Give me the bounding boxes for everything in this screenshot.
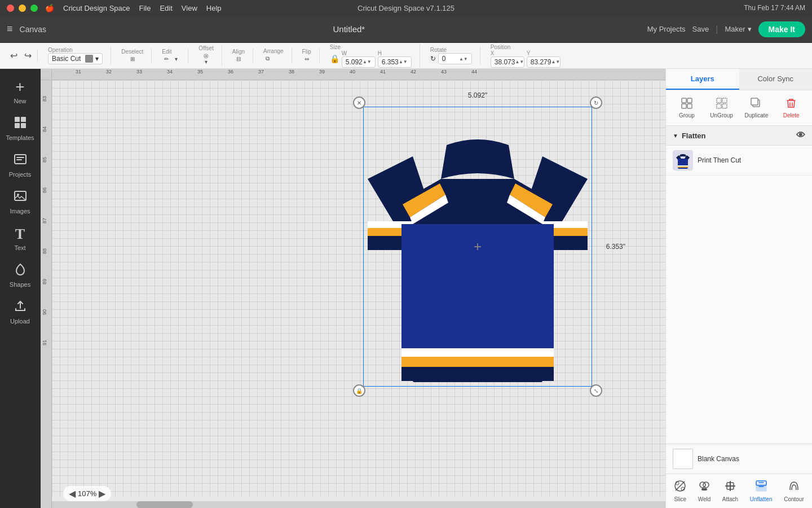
unflatten-button[interactable]: Unflatten xyxy=(745,478,777,505)
flip-label: Flip xyxy=(302,49,311,55)
horizontal-scrollbar[interactable] xyxy=(52,501,665,508)
flatten-header[interactable]: ▼ Flatten 👁 xyxy=(666,126,812,146)
zoom-out-button[interactable]: ◀ xyxy=(69,488,76,499)
size-section: Size 🔒 W 5.092 ▲▼ H 6.353 ▲▼ xyxy=(325,44,416,68)
attach-button[interactable]: Attach xyxy=(718,478,743,505)
lock-ratio-icon[interactable]: 🔒 xyxy=(330,54,339,63)
ruler-mark-v84: 84 xyxy=(42,126,47,132)
sidebar-item-new[interactable]: + New xyxy=(0,73,40,109)
ruler-mark-40: 40 xyxy=(350,69,355,75)
cricut-menu[interactable]: Cricut Design Space xyxy=(63,4,130,12)
y-label: Y xyxy=(527,50,561,56)
duplicate-button[interactable]: Duplicate xyxy=(740,95,773,121)
view-menu[interactable]: View xyxy=(182,4,197,12)
sidebar-item-projects[interactable]: Projects xyxy=(0,148,40,182)
rotate-arrows[interactable]: ▲▼ xyxy=(459,56,468,62)
arrange-button[interactable]: ⧉ xyxy=(263,54,272,63)
slice-icon xyxy=(674,480,686,495)
canvas-area[interactable]: 31 32 33 34 35 36 37 38 39 40 41 42 43 4… xyxy=(41,69,665,508)
apple-menu[interactable]: 🍎 xyxy=(45,4,54,12)
y-input[interactable]: 83.279 ▲▼ xyxy=(527,56,561,68)
y-arrows[interactable]: ▲▼ xyxy=(551,59,560,64)
x-group: X 38.073 ▲▼ xyxy=(491,50,524,68)
jersey-container[interactable]: ✕ ↻ 🔒 ⤡ 5.092" 6.353" + xyxy=(368,111,588,382)
ruler-mark-38: 38 xyxy=(289,69,294,75)
sidebar-item-upload[interactable]: Upload xyxy=(0,295,40,329)
x-arrows[interactable]: ▲▼ xyxy=(515,59,524,64)
sidebar-item-images[interactable]: Images xyxy=(0,185,40,219)
scrollbar-thumb[interactable] xyxy=(136,501,193,508)
operation-label: Operation xyxy=(48,47,103,53)
redo-button[interactable]: ↪ xyxy=(22,49,34,62)
offset-button[interactable]: ◎ ▾ xyxy=(198,51,214,66)
operation-dropdown[interactable]: Basic Cut ▾ xyxy=(48,53,103,64)
operation-group: Operation Basic Cut ▾ xyxy=(40,47,111,64)
cancel-handle-icon: ✕ xyxy=(357,100,361,106)
zoom-controls: ◀ 107% ▶ xyxy=(63,486,111,501)
edit-menu[interactable]: Edit xyxy=(160,4,172,12)
close-button[interactable] xyxy=(7,5,14,12)
document-title: Untitled* xyxy=(58,24,641,34)
blank-canvas-label: Blank Canvas xyxy=(698,455,739,463)
contour-button[interactable]: Contour xyxy=(779,478,809,505)
sidebar-item-templates[interactable]: Templates xyxy=(0,111,40,146)
width-input[interactable]: 5.092 ▲▼ xyxy=(342,56,376,68)
offset-icon: ◎ xyxy=(204,52,209,59)
handle-top-right[interactable]: ↻ xyxy=(590,97,602,109)
maker-dropdown[interactable]: Maker ▾ xyxy=(725,25,751,33)
flatten-visibility-icon[interactable]: 👁 xyxy=(796,130,805,141)
y-group: Y 83.279 ▲▼ xyxy=(527,50,561,68)
width-arrows[interactable]: ▲▼ xyxy=(363,59,372,64)
canvas-content[interactable]: ✕ ↻ 🔒 ⤡ 5.092" 6.353" + xyxy=(52,80,665,497)
x-input[interactable]: 38.073 ▲▼ xyxy=(491,56,524,68)
arrange-group: Arrange ⧉ xyxy=(255,48,292,63)
lock-handle-icon: 🔒 xyxy=(356,388,363,394)
svg-rect-23 xyxy=(682,104,686,108)
rotate-input[interactable]: 0 ▲▼ xyxy=(438,53,472,64)
operation-value[interactable]: Basic Cut ▾ xyxy=(48,53,103,64)
undo-button[interactable]: ↩ xyxy=(8,49,20,62)
my-projects-button[interactable]: My Projects xyxy=(647,25,686,33)
flip-section: Flip ⇔ xyxy=(298,49,316,63)
svg-rect-34 xyxy=(678,167,688,168)
handle-bottom-left[interactable]: 🔒 xyxy=(353,384,365,397)
handle-top-left[interactable]: ✕ xyxy=(353,97,365,109)
zoom-in-button[interactable]: ▶ xyxy=(99,488,105,499)
align-button[interactable]: ⊟ xyxy=(232,55,245,63)
tab-color-sync[interactable]: Color Sync xyxy=(739,69,813,90)
height-arrows[interactable]: ▲▼ xyxy=(399,59,408,64)
templates-icon xyxy=(14,116,27,133)
ruler-mark-v89: 89 xyxy=(42,279,47,284)
group-button[interactable]: Group xyxy=(670,95,703,121)
height-input[interactable]: 6.353 ▲▼ xyxy=(378,56,412,68)
main-layout: + New Templates Proje xyxy=(0,69,812,508)
svg-rect-30 xyxy=(751,98,758,105)
size-controls: 🔒 W 5.092 ▲▼ H 6.353 ▲▼ xyxy=(330,50,412,68)
rotate-group: Rotate ↻ 0 ▲▼ xyxy=(422,47,480,64)
tab-layers[interactable]: Layers xyxy=(666,69,739,90)
sidebar-item-shapes[interactable]: Shapes xyxy=(0,258,40,292)
canvas-label: Canvas xyxy=(20,25,46,34)
flip-button[interactable]: ⇔ xyxy=(302,55,311,63)
sidebar-item-text[interactable]: T Text xyxy=(0,221,40,256)
make-it-button[interactable]: Make It xyxy=(758,21,805,37)
sidebar-item-new-label: New xyxy=(14,98,26,104)
edit-dropdown-button[interactable]: ▾ xyxy=(173,55,180,63)
save-button[interactable]: Save xyxy=(692,25,709,33)
hamburger-menu-icon[interactable]: ≡ xyxy=(7,23,13,35)
svg-rect-0 xyxy=(15,117,20,122)
weld-button[interactable]: Weld xyxy=(694,478,716,505)
maximize-button[interactable] xyxy=(30,5,38,12)
file-menu[interactable]: File xyxy=(139,4,151,12)
ruler-mark-35: 35 xyxy=(197,69,203,75)
minimize-button[interactable] xyxy=(19,5,26,12)
edit-button[interactable]: ✏ xyxy=(162,55,171,63)
ungroup-button[interactable]: UnGroup xyxy=(705,95,738,121)
slice-button[interactable]: Slice xyxy=(669,478,691,505)
layer-item-print-then-cut[interactable]: Print Then Cut xyxy=(666,146,812,176)
svg-rect-41 xyxy=(701,488,707,491)
handle-bottom-right[interactable]: ⤡ xyxy=(590,384,602,397)
delete-button[interactable]: Delete xyxy=(775,95,807,121)
deselect-button[interactable]: ⊞ xyxy=(121,55,143,63)
help-menu[interactable]: Help xyxy=(206,4,222,12)
